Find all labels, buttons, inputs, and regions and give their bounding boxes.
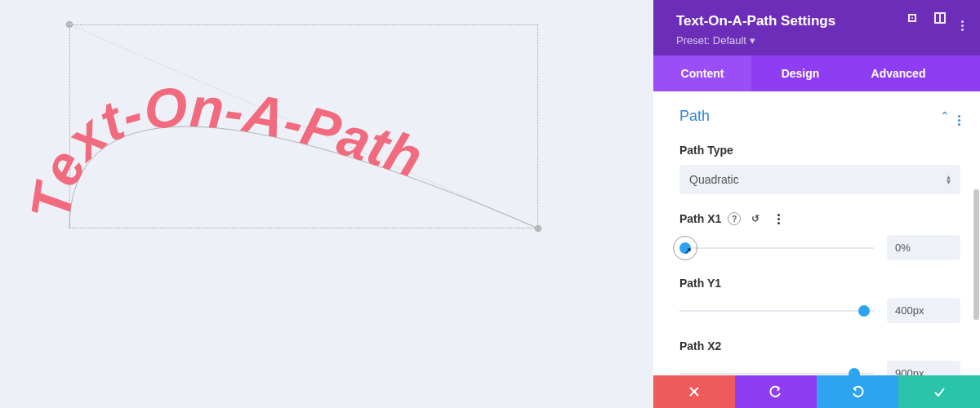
text-path-bounding-box[interactable]: Text-On-A-Path 1 2: [69, 24, 538, 228]
panel-menu-icon[interactable]: [961, 11, 964, 31]
tab-design[interactable]: Design: [751, 55, 849, 91]
path-y1-label: Path Y1: [679, 277, 721, 290]
caret-down-icon: ▾: [750, 34, 755, 47]
scrollbar[interactable]: [973, 189, 979, 320]
redo-button[interactable]: [817, 375, 898, 408]
path-x2-slider-knob[interactable]: [849, 368, 860, 376]
reset-icon[interactable]: ↺: [747, 211, 764, 227]
tab-content[interactable]: Content: [653, 55, 751, 91]
preset-dropdown[interactable]: Preset: Default ▾: [676, 34, 755, 47]
undo-button[interactable]: [735, 375, 817, 408]
path-x1-slider[interactable]: [679, 240, 874, 256]
path-x2-field: Path X2 900px: [653, 331, 980, 375]
field-menu-icon[interactable]: [770, 211, 786, 227]
path-x1-value[interactable]: 0%: [887, 235, 960, 260]
panel-footer: [653, 375, 980, 408]
panel-body: Path ⌃ Path Type Quadratic ▴▾ Path X1 ? …: [653, 91, 980, 375]
section-title: Path: [679, 108, 710, 125]
path-type-select[interactable]: Quadratic ▴▾: [679, 165, 960, 194]
select-chevrons-icon: ▴▾: [947, 175, 951, 184]
path-y1-slider[interactable]: [679, 303, 874, 319]
path-type-label: Path Type: [679, 144, 960, 157]
path-x2-slider[interactable]: [679, 366, 874, 376]
path-type-value: Quadratic: [689, 173, 739, 186]
path-handle-end[interactable]: 2: [535, 225, 541, 232]
cancel-button[interactable]: [653, 375, 735, 408]
collapse-icon[interactable]: ⌃: [940, 109, 950, 122]
path-x1-slider-knob[interactable]: [679, 242, 691, 254]
panel-header: Text-On-A-Path Settings Preset: Default …: [653, 0, 980, 55]
section-header[interactable]: Path ⌃: [653, 91, 980, 135]
path-x2-value[interactable]: 900px: [887, 361, 960, 375]
tab-advanced[interactable]: Advanced: [849, 55, 947, 91]
path-x1-label: Path X1: [679, 212, 721, 225]
section-menu-icon[interactable]: [958, 106, 960, 126]
settings-panel: Text-On-A-Path Settings Preset: Default …: [653, 0, 980, 408]
canvas-area[interactable]: Text-On-A-Path 1 2: [0, 0, 653, 408]
help-icon[interactable]: ?: [728, 212, 741, 225]
path-x2-label: Path X2: [679, 339, 721, 353]
svg-point-3: [911, 17, 913, 19]
path-y1-value[interactable]: 400px: [887, 298, 960, 323]
tabs: Content Design Advanced: [653, 55, 980, 91]
save-button[interactable]: [898, 375, 980, 408]
layout-icon[interactable]: [933, 11, 947, 31]
selection-outline: [69, 24, 538, 228]
path-y1-slider-knob[interactable]: [858, 305, 870, 317]
panel-title: Text-On-A-Path Settings: [676, 13, 835, 29]
path-y1-field: Path Y1 400px: [653, 268, 980, 331]
path-handle-start[interactable]: 1: [66, 21, 73, 28]
path-type-field: Path Type Quadratic ▴▾: [653, 135, 980, 202]
preset-label: Preset: Default: [676, 34, 746, 47]
expand-icon[interactable]: [906, 11, 919, 31]
path-x1-field: Path X1 ? ↺ 0%: [653, 202, 980, 268]
